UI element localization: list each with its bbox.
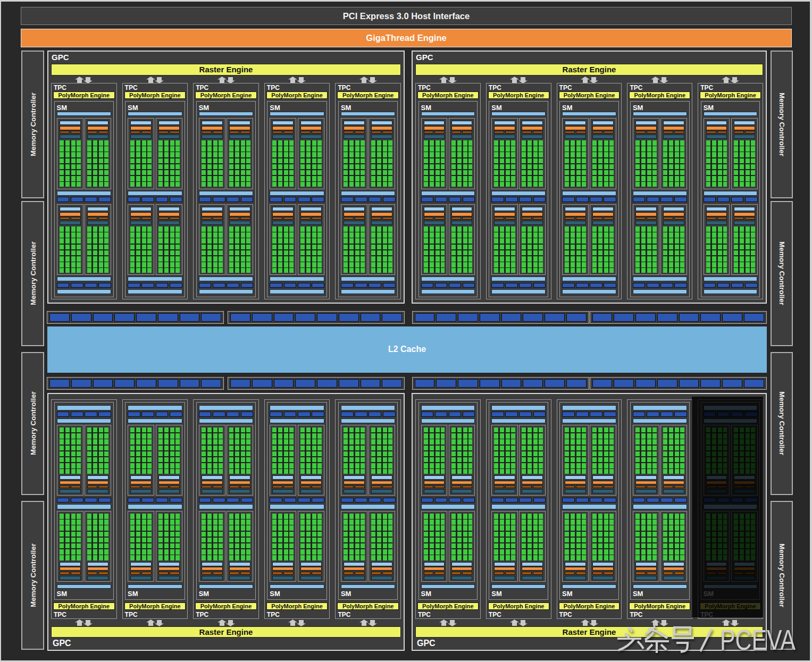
svg-text:PCEVA: PCEVA: [720, 625, 796, 656]
